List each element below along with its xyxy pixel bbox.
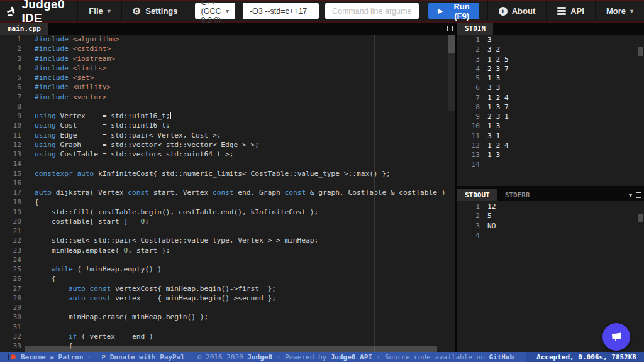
about-button[interactable]: i About	[487, 1, 547, 21]
io-line: 81 3 7	[457, 102, 644, 112]
stdin-lines: 1323 231 2 542 3 751 363 371 2 481 3 792…	[457, 35, 644, 170]
code-line: 19 std::fill( costTable.begin(), costTab…	[0, 207, 455, 217]
io-line: 25	[457, 211, 644, 221]
code-line: 13using CostTable = std::vector< std::ui…	[0, 150, 455, 159]
stdout-tabstrip: STDOUT STDERR ▾	[457, 189, 644, 201]
chat-widget-button[interactable]	[602, 323, 630, 351]
statusbar-text: · Powered by	[272, 353, 331, 361]
tab-stdin[interactable]: STDIN	[457, 23, 493, 35]
io-line: 113 1	[457, 131, 644, 141]
statusbar-text: · Source code available on	[372, 353, 489, 361]
settings-button[interactable]: ⚙ Settings	[121, 1, 189, 21]
api-stack-icon	[557, 7, 566, 15]
code-line: 3#include <iostream>	[0, 54, 455, 63]
code-line: 7#include <vector>	[0, 92, 455, 102]
io-line: 42 3 7	[457, 64, 644, 74]
run-button[interactable]: ▶ Run (F9)	[428, 3, 479, 19]
file-menu[interactable]: File ▾	[77, 1, 121, 21]
statusbar-link[interactable]: Judge0 API	[331, 353, 372, 361]
io-column: STDIN 1323 231 2 542 3 751 363 371 2 481…	[457, 23, 644, 352]
code-editor[interactable]: 1#include <algorithm>2#include <cstdint>…	[0, 35, 455, 352]
io-line: 13	[457, 35, 644, 45]
stdin-maximize-icon[interactable]	[636, 26, 641, 31]
tab-main-cpp[interactable]: main.cpp	[0, 23, 48, 35]
more-menu[interactable]: More ▾	[595, 1, 644, 21]
stdin-editor[interactable]: 1323 231 2 542 3 751 363 371 2 481 3 792…	[457, 35, 644, 186]
code-line: 9using Vertex = std::uint16_t;	[0, 111, 455, 121]
become-patron-link[interactable]: Become a Patron	[21, 353, 83, 361]
stdout-scrollbar[interactable]	[638, 213, 643, 352]
code-line: 1#include <algorithm>	[0, 35, 455, 44]
compiler-options-input[interactable]	[243, 3, 319, 19]
editor-vscrollbar-thumb[interactable]	[448, 35, 455, 53]
column-ruler	[374, 35, 375, 352]
stdout-scrollbar-thumb[interactable]	[638, 214, 643, 222]
tab-stderr[interactable]: STDERR	[497, 189, 538, 201]
io-line: 51 3	[457, 74, 644, 83]
code-line: 15constexpr auto kInfiniteCost{ std::num…	[0, 169, 455, 178]
statusbar-link[interactable]: Judge0	[247, 353, 272, 361]
code-line: 27 auto const vertexCost{ minHeap.begin(…	[0, 284, 455, 293]
api-button[interactable]: API	[546, 1, 595, 21]
gear-icon: ⚙	[133, 6, 141, 17]
editor-maximize-icon[interactable]	[447, 26, 453, 31]
chevron-down-icon: ▾	[108, 8, 111, 14]
language-select[interactable]: C++ (GCC 9.2.0) ▾	[195, 3, 235, 19]
code-line: 21	[0, 226, 455, 236]
language-select-value: C++ (GCC 9.2.0)	[201, 0, 226, 25]
tab-stdout[interactable]: STDOUT	[457, 189, 497, 201]
statusbar-credits: © 2016-2020 Judge0 · Powered by Judge0 A…	[185, 353, 526, 361]
play-icon: ▶	[438, 7, 443, 15]
cmdline-arguments-input[interactable]	[325, 3, 419, 19]
stdin-scrollbar[interactable]	[638, 47, 643, 186]
stdin-scrollbar-thumb[interactable]	[638, 47, 643, 56]
io-line: 112	[457, 202, 644, 211]
paypal-icon: P	[101, 353, 106, 361]
code-line: 31	[0, 322, 455, 332]
settings-label: Settings	[145, 6, 177, 16]
brand[interactable]: Judge0 IDE	[0, 1, 77, 21]
code-line: 5#include <set>	[0, 73, 455, 82]
editor-pane: main.cpp 1#include <algorithm>2#include …	[0, 23, 455, 352]
statusbar-link[interactable]: GitHub	[489, 353, 514, 361]
io-line: 23 2	[457, 45, 644, 54]
code-line: 30 minHeap.erase( minHeap.begin() );	[0, 312, 455, 322]
code-line: 17auto dijkstra( Vertex const start, Ver…	[0, 188, 455, 197]
donate-paypal-link[interactable]: Donate with PayPal	[110, 353, 185, 361]
stdout-lines: 112253NO4	[457, 202, 644, 240]
gavel-logo-icon	[6, 4, 16, 18]
tab-main-cpp-label: main.cpp	[8, 25, 41, 33]
code-line: 14	[0, 159, 455, 168]
tab-stdin-label: STDIN	[465, 25, 486, 33]
api-label: API	[570, 6, 584, 16]
io-line: 71 2 4	[457, 93, 644, 102]
separator-dot: ·	[87, 353, 91, 361]
editor-tabstrip: main.cpp	[0, 23, 455, 35]
tab-stdout-label: STDOUT	[465, 191, 490, 199]
io-line: 14	[457, 160, 644, 169]
text-cursor	[170, 112, 172, 119]
code-line: 8	[0, 102, 455, 111]
patreon-icon	[8, 354, 16, 360]
code-line: 24	[0, 255, 455, 265]
run-button-label: Run (F9)	[453, 2, 469, 21]
code-line: 6#include <utility>	[0, 82, 455, 92]
stdout-dropdown-icon[interactable]: ▾	[629, 192, 632, 199]
code-line: 11using Edge = std::pair< Vertex, Cost >…	[0, 131, 455, 140]
file-menu-label: File	[89, 6, 103, 16]
io-line: 31 2 5	[457, 55, 644, 64]
chat-bubble-icon	[609, 329, 624, 344]
code-line: 10using Cost = std::uint16_t;	[0, 121, 455, 130]
about-label: About	[512, 6, 536, 16]
result-status-badge: Accepted, 0.006s, 7852KB	[526, 352, 644, 362]
tab-stderr-label: STDERR	[505, 191, 530, 199]
editor-vscrollbar[interactable]	[448, 35, 455, 111]
statusbar: Become a Patron · P Donate with PayPal ©…	[0, 352, 644, 362]
editor-hscrollbar-thumb[interactable]	[25, 346, 437, 352]
code-line: 22 std::set< std::pair< CostTable::value…	[0, 236, 455, 245]
code-line: 26 {	[0, 274, 455, 283]
more-menu-label: More	[606, 6, 626, 16]
io-line: 4	[457, 231, 644, 240]
io-line: 63 3	[457, 83, 644, 92]
stdout-maximize-icon[interactable]	[636, 192, 641, 198]
